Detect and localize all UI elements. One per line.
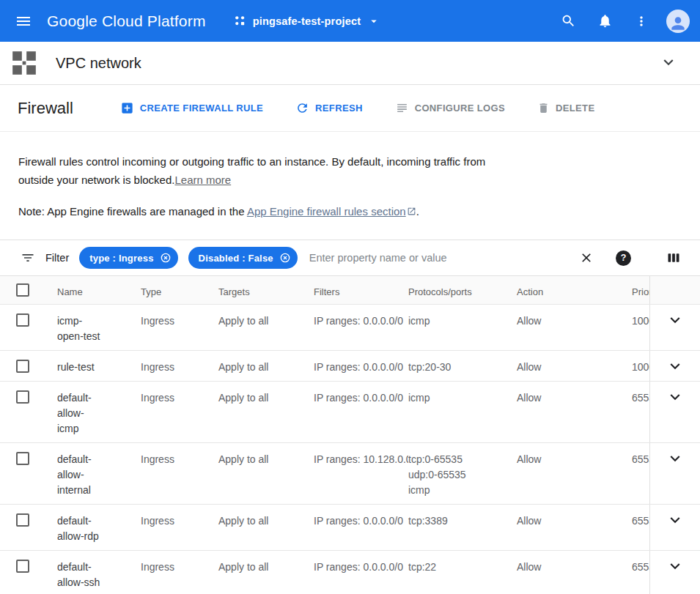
app-bar: Google Cloud Platform pingsafe-test-proj… [0, 0, 700, 42]
note-text: Note: App Engine firewalls are managed i… [18, 205, 247, 218]
cell-targets: Apply to all [218, 443, 314, 504]
cell-targets: Apply to all [218, 551, 314, 594]
cell-filters: IP ranges: 0.0.0.0/0 [314, 382, 408, 442]
row-checkbox[interactable] [16, 513, 29, 527]
cell-type: Ingress [141, 351, 218, 381]
expand-row-chevron-icon[interactable] [666, 311, 685, 330]
cell-name: default-allow-internal [57, 443, 141, 504]
column-display-options-icon[interactable] [666, 250, 681, 265]
expand-row-chevron-icon[interactable] [666, 387, 685, 406]
cell-filters: IP ranges: 0.0.0.0/0 [314, 305, 408, 350]
cell-protocols: tcp:0-65535 udp:0-65535 icmp [408, 443, 517, 504]
create-firewall-rule-button[interactable]: CREATE FIREWALL RULE [120, 101, 263, 115]
cell-action: Allow [517, 305, 632, 350]
notifications-bell-icon[interactable] [590, 7, 619, 36]
cell-protocols: tcp:20-30 [408, 351, 517, 381]
vpc-network-icon [10, 49, 38, 77]
column-header: Name [57, 276, 141, 304]
expand-row-chevron-icon[interactable] [666, 449, 685, 468]
cell-type: Ingress [141, 551, 218, 594]
cell-filters: IP ranges: 0.0.0.0/0 [314, 505, 408, 550]
column-header: Action [517, 276, 632, 304]
filter-chip-disabled-false[interactable]: Disabled : False [188, 247, 298, 269]
project-icon [234, 15, 246, 27]
description-text: Firewall rules control incoming or outgo… [18, 155, 485, 186]
cell-name: default-allow-rdp [57, 505, 141, 550]
table-row: default-allow-internal Ingress Apply to … [0, 443, 700, 505]
table-header-row: NameTypeTargetsFiltersProtocols/portsAct… [0, 276, 700, 305]
row-checkbox[interactable] [16, 452, 29, 465]
app-engine-firewall-link[interactable]: App Engine firewall rules section [247, 205, 416, 218]
row-checkbox[interactable] [16, 390, 29, 404]
delete-button[interactable]: DELETE [537, 102, 594, 114]
cell-type: Ingress [141, 505, 218, 550]
clear-filters-icon[interactable] [579, 250, 594, 265]
more-options-kebab-icon[interactable] [627, 7, 656, 36]
cell-protocols: tcp:22 [408, 551, 517, 594]
cell-priority: 65534 [632, 551, 649, 594]
column-header: Priority [632, 276, 649, 304]
cell-action: Allow [517, 443, 632, 504]
refresh-button[interactable]: REFRESH [295, 101, 363, 115]
column-header: Type [141, 276, 218, 304]
table-row: default-allow-ssh Ingress Apply to all I… [0, 551, 700, 594]
toolbar-title: Firewall [18, 99, 73, 118]
product-header: VPC network [0, 42, 700, 85]
select-all-checkbox[interactable] [16, 283, 29, 297]
expand-row-chevron-icon[interactable] [666, 511, 685, 530]
filter-bar: Filter type : Ingress Disabled : False ? [0, 240, 700, 276]
filter-icon [21, 250, 35, 265]
chip-remove-icon[interactable] [279, 252, 291, 264]
app-title: Google Cloud Platform [47, 12, 206, 30]
cell-filters: IP ranges: 0.0.0.0/0 [314, 351, 408, 381]
cell-priority: 65534 [632, 505, 649, 550]
table-row: default-allow-icmp Ingress Apply to all … [0, 382, 700, 443]
external-link-icon [407, 207, 416, 216]
page-title: VPC network [56, 55, 141, 72]
project-name: pingsafe-test-project [253, 15, 361, 27]
cell-type: Ingress [141, 305, 218, 350]
chip-remove-icon[interactable] [160, 252, 172, 264]
description-block: Firewall rules control incoming or outgo… [0, 132, 700, 240]
cell-filters: IP ranges: 0.0.0.0/0 [314, 551, 408, 594]
column-header: Filters [314, 276, 408, 304]
row-checkbox[interactable] [16, 360, 29, 373]
cell-action: Allow [517, 551, 632, 594]
cell-action: Allow [517, 382, 632, 442]
caret-down-icon [367, 15, 380, 28]
cell-protocols: tcp:3389 [408, 505, 517, 550]
person-icon [668, 14, 688, 33]
cell-priority: 65534 [632, 443, 649, 504]
firewall-toolbar: Firewall CREATE FIREWALL RULE REFRESH CO… [0, 85, 700, 132]
learn-more-link[interactable]: Learn more [174, 174, 231, 186]
cell-protocols: icmp [408, 305, 517, 350]
expand-row-chevron-icon[interactable] [666, 557, 685, 576]
filter-chip-type-ingress[interactable]: type : Ingress [79, 247, 177, 269]
avatar[interactable] [666, 10, 690, 33]
configure-logs-button[interactable]: CONFIGURE LOGS [395, 101, 505, 115]
help-icon[interactable]: ? [616, 250, 631, 266]
logs-list-icon [395, 101, 409, 115]
cell-name: rule-test [57, 351, 141, 381]
search-icon[interactable] [553, 7, 583, 36]
cell-action: Allow [517, 505, 632, 550]
cell-targets: Apply to all [218, 505, 314, 550]
expand-row-chevron-icon[interactable] [666, 357, 685, 376]
section-collapse-chevron-icon[interactable] [659, 53, 678, 74]
cell-type: Ingress [141, 382, 218, 442]
menu-icon[interactable] [7, 5, 40, 37]
row-checkbox[interactable] [16, 313, 29, 327]
cell-protocols: icmp [408, 382, 517, 442]
row-checkbox[interactable] [16, 560, 29, 573]
cell-filters: IP ranges: 10.128.0.0/9 [314, 443, 408, 504]
cell-targets: Apply to all [218, 305, 314, 350]
project-switcher[interactable]: pingsafe-test-project [234, 15, 381, 28]
filter-input[interactable] [309, 252, 579, 264]
add-box-icon [120, 101, 134, 115]
firewall-rules-table: NameTypeTargetsFiltersProtocols/portsAct… [0, 276, 700, 594]
cell-type: Ingress [141, 443, 218, 504]
cell-targets: Apply to all [218, 382, 314, 442]
table-header-side [649, 276, 700, 304]
cell-name: default-allow-ssh [57, 551, 141, 594]
table-row: default-allow-rdp Ingress Apply to all I… [0, 505, 700, 551]
